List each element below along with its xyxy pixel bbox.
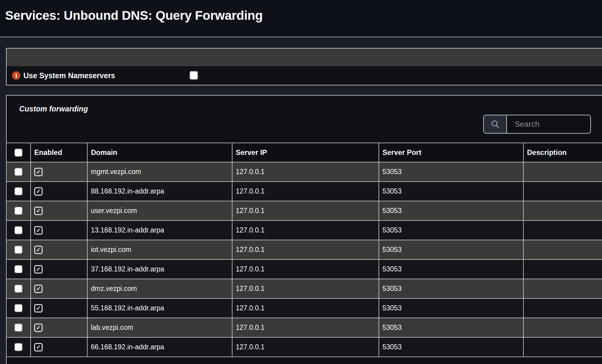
use-system-nameservers-row: i Use System Nameservers	[7, 66, 602, 85]
enabled-checkbox[interactable]: ✓	[34, 265, 43, 274]
enabled-cell: ✓	[31, 220, 87, 240]
column-header-enabled[interactable]: Enabled	[31, 143, 87, 162]
info-icon[interactable]: i	[12, 71, 20, 80]
search-icon	[490, 120, 500, 129]
custom-forwarding-heading: Custom forwarding	[19, 105, 88, 113]
domain-cell: iot.vezpi.com	[87, 240, 232, 259]
domain-cell: 55.168.192.in-addr.arpa	[87, 298, 232, 318]
search-group	[483, 115, 591, 134]
check-icon: ✓	[36, 325, 40, 330]
description-cell	[523, 162, 602, 182]
enabled-checkbox[interactable]: ✓	[34, 324, 43, 332]
server-ip-cell: 127.0.0.1	[232, 220, 379, 240]
table-row[interactable]: ✓ iot.vezpi.com 127.0.0.1 53053	[6, 240, 602, 259]
table-row[interactable]: ✓ mgmt.vezpi.com 127.0.0.1 53053	[6, 162, 602, 182]
server-port-cell: 53053	[379, 201, 523, 220]
check-icon: ✓	[36, 208, 40, 214]
server-port-cell: 53053	[379, 240, 523, 259]
check-icon: ✓	[36, 286, 40, 291]
enabled-cell: ✓	[31, 182, 87, 201]
enabled-checkbox[interactable]: ✓	[34, 168, 43, 176]
server-ip-cell: 127.0.0.1	[232, 240, 379, 259]
row-select-checkbox[interactable]	[14, 246, 22, 254]
server-ip-cell: 127.0.0.1	[232, 201, 379, 220]
server-port-cell: 53053	[379, 220, 523, 240]
table-row[interactable]: ✓ 37.168.192.in-addr.arpa 127.0.0.1 5305…	[6, 259, 602, 279]
server-port-cell: 53053	[379, 182, 523, 201]
server-ip-cell: 127.0.0.1	[232, 162, 379, 182]
opnsense-page: Services: Unbound DNS: Query Forwarding …	[0, 0, 602, 364]
table-row[interactable]: ✓ dmz.vezpi.com 127.0.0.1 53053	[6, 279, 602, 298]
row-select-checkbox[interactable]	[14, 265, 22, 273]
enabled-cell: ✓	[31, 337, 87, 357]
enabled-cell: ✓	[31, 162, 87, 182]
search-input[interactable]	[507, 115, 590, 133]
use-system-nameservers-checkbox[interactable]	[190, 71, 198, 80]
description-cell	[523, 259, 602, 279]
check-icon: ✓	[36, 267, 40, 272]
server-port-cell: 53053	[379, 318, 523, 337]
enabled-cell: ✓	[31, 318, 87, 337]
row-select-checkbox[interactable]	[14, 207, 22, 215]
column-header-server-port[interactable]: Server Port	[379, 143, 523, 162]
enabled-checkbox[interactable]: ✓	[34, 246, 43, 254]
check-icon: ✓	[36, 345, 40, 350]
column-header-server-ip[interactable]: Server IP	[232, 143, 379, 162]
enabled-checkbox[interactable]: ✓	[34, 285, 43, 293]
row-select-checkbox[interactable]	[14, 285, 22, 293]
search-button[interactable]	[484, 115, 507, 133]
column-header-description[interactable]: Description	[523, 143, 602, 162]
domain-cell: 37.168.192.in-addr.arpa	[87, 259, 232, 279]
enabled-checkbox[interactable]: ✓	[34, 304, 43, 312]
row-select-checkbox[interactable]	[14, 304, 22, 312]
enabled-checkbox[interactable]: ✓	[34, 226, 43, 235]
row-select-checkbox[interactable]	[14, 343, 22, 351]
description-cell	[523, 182, 602, 201]
row-select-checkbox[interactable]	[14, 187, 22, 195]
server-ip-cell: 127.0.0.1	[232, 259, 379, 279]
server-port-cell: 53053	[379, 298, 523, 318]
use-system-nameservers-label: Use System Nameservers	[23, 71, 115, 80]
select-all-checkbox[interactable]	[14, 149, 22, 157]
table-row[interactable]: ✓ lab.vezpi.com 127.0.0.1 53053	[6, 318, 602, 337]
page-title: Services: Unbound DNS: Query Forwarding	[5, 8, 263, 23]
domain-cell: user.vezpi.com	[87, 201, 232, 220]
check-icon: ✓	[36, 169, 40, 175]
domain-cell: 66.168.192.in-addr.arpa	[87, 337, 232, 357]
server-ip-cell: 127.0.0.1	[232, 337, 379, 357]
check-icon: ✓	[36, 228, 40, 233]
table-row[interactable]: ✓ 13.168.192.in-addr.arpa 127.0.0.1 5305…	[6, 220, 602, 240]
column-header-domain[interactable]: Domain	[87, 143, 232, 162]
description-cell	[523, 298, 602, 318]
description-cell	[523, 318, 602, 337]
enabled-cell: ✓	[31, 201, 87, 220]
domain-cell: mgmt.vezpi.com	[87, 162, 232, 182]
custom-forwarding-panel: Custom forwarding	[6, 95, 602, 364]
table-header: Enabled Domain Server IP Server Port Des…	[6, 143, 602, 162]
table-row[interactable]: ✓ 66.168.192.in-addr.arpa 127.0.0.1 5305…	[6, 337, 602, 357]
row-select-checkbox[interactable]	[14, 324, 22, 332]
enabled-checkbox[interactable]: ✓	[34, 187, 43, 196]
row-select-checkbox[interactable]	[14, 168, 22, 176]
nameservers-panel-toolbar	[7, 49, 602, 66]
check-icon: ✓	[36, 247, 40, 253]
table-row[interactable]: ✓ user.vezpi.com 127.0.0.1 53053	[6, 201, 602, 220]
domain-cell: 88.168.192.in-addr.arpa	[87, 182, 232, 201]
server-port-cell: 53053	[379, 162, 523, 182]
description-cell	[523, 201, 602, 220]
description-cell	[523, 240, 602, 259]
description-cell	[523, 279, 602, 298]
check-icon: ✓	[36, 306, 40, 311]
enabled-checkbox[interactable]: ✓	[34, 343, 43, 351]
forwarding-table: Enabled Domain Server IP Server Port Des…	[6, 143, 602, 357]
nameservers-panel: i Use System Nameservers	[6, 48, 602, 85]
table-row[interactable]: ✓ 88.168.192.in-addr.arpa 127.0.0.1 5305…	[6, 182, 602, 201]
table-row[interactable]: ✓ 55.168.192.in-addr.arpa 127.0.0.1 5305…	[6, 298, 602, 318]
enabled-checkbox[interactable]: ✓	[34, 207, 43, 215]
description-cell	[523, 337, 602, 357]
server-port-cell: 53053	[379, 259, 523, 279]
server-ip-cell: 127.0.0.1	[232, 182, 379, 201]
row-select-checkbox[interactable]	[14, 226, 22, 234]
page-header: Services: Unbound DNS: Query Forwarding	[0, 0, 602, 37]
enabled-cell: ✓	[31, 298, 87, 318]
